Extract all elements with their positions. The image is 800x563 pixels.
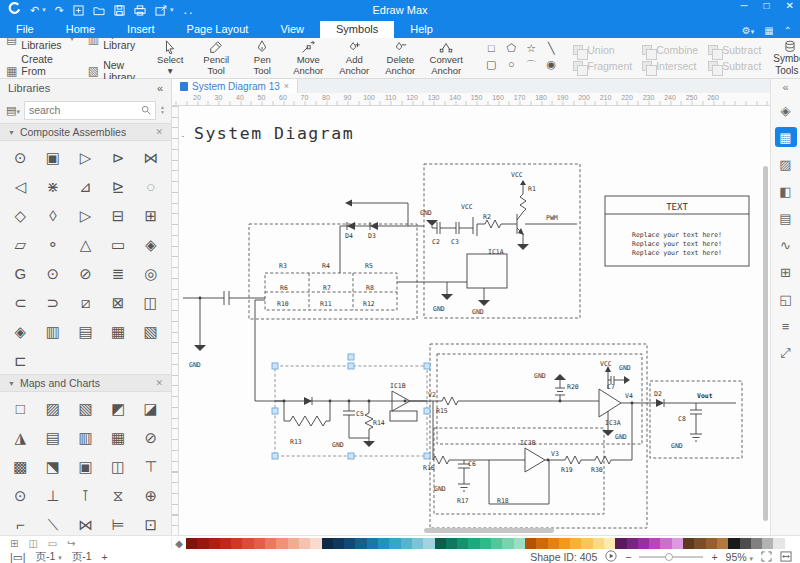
- library-symbol-1-2[interactable]: ▧: [69, 394, 102, 423]
- crop-icon[interactable]: ◫: [28, 538, 37, 549]
- symbol-library-icon[interactable]: ▦: [775, 127, 797, 147]
- color-swatch-6[interactable]: [254, 538, 265, 549]
- close-tab-icon[interactable]: ×: [284, 81, 289, 91]
- color-swatch-46[interactable]: [706, 538, 717, 549]
- color-swatch-38[interactable]: [615, 538, 626, 549]
- new-symbol-icon[interactable]: ⊞: [10, 538, 18, 549]
- minimize-button[interactable]: ─: [740, 0, 747, 11]
- color-swatch-31[interactable]: [536, 538, 547, 549]
- library-symbol-0-18[interactable]: ▭: [102, 230, 135, 259]
- library-symbol-1-20[interactable]: ⌐: [4, 510, 37, 535]
- library-symbol-0-8[interactable]: ⊵: [102, 172, 135, 201]
- library-symbol-0-2[interactable]: ▷: [69, 143, 102, 172]
- color-swatch-21[interactable]: [423, 538, 434, 549]
- library-symbol-0-29[interactable]: ◫: [134, 288, 167, 317]
- color-swatch-18[interactable]: [389, 538, 400, 549]
- library-symbol-0-19[interactable]: ◈: [134, 230, 167, 259]
- library-symbol-0-35[interactable]: ⊏: [4, 346, 37, 374]
- color-swatch-0[interactable]: [186, 538, 197, 549]
- fit-width-icon[interactable]: [780, 551, 792, 563]
- color-swatch-35[interactable]: [581, 538, 592, 549]
- color-swatch-28[interactable]: [502, 538, 513, 549]
- library-symbol-0-26[interactable]: ⊃: [37, 288, 70, 317]
- color-swatch-52[interactable]: [773, 538, 784, 549]
- maximize-button[interactable]: □: [764, 0, 770, 11]
- color-swatch-2[interactable]: [209, 538, 220, 549]
- library-symbol-0-23[interactable]: ≣: [102, 259, 135, 288]
- color-swatch-42[interactable]: [660, 538, 671, 549]
- color-swatch-29[interactable]: [514, 538, 525, 549]
- library-symbol-0-33[interactable]: ▦: [102, 317, 135, 346]
- library-symbol-0-10[interactable]: ◇: [4, 201, 37, 230]
- presentation-play-icon[interactable]: [605, 550, 617, 563]
- library-symbol-1-1[interactable]: ▨: [37, 394, 70, 423]
- color-swatch-17[interactable]: [378, 538, 389, 549]
- color-swatch-45[interactable]: [694, 538, 705, 549]
- library-symbol-1-3[interactable]: ◩: [102, 394, 135, 423]
- color-swatch-22[interactable]: [435, 538, 446, 549]
- library-symbol-0-24[interactable]: ◎: [134, 259, 167, 288]
- pen-tool-button[interactable]: PenTool: [239, 40, 285, 76]
- color-swatch-14[interactable]: [344, 538, 355, 549]
- delete-anchor-button[interactable]: DeleteAnchor: [377, 40, 423, 76]
- library-symbol-1-7[interactable]: ▥: [69, 423, 102, 452]
- page-tab[interactable]: 页-1: [72, 550, 92, 563]
- zoom-level[interactable]: 95% ▾: [726, 551, 753, 563]
- symbol-tools-button[interactable]: Symbol Tools ▾: [773, 40, 800, 76]
- pages-icon[interactable]: |▭|: [10, 551, 25, 563]
- color-swatch-24[interactable]: [457, 538, 468, 549]
- library-symbol-1-4[interactable]: ◪: [134, 394, 167, 423]
- color-swatch-51[interactable]: [762, 538, 773, 549]
- library-symbol-0-6[interactable]: ⋇: [37, 172, 70, 201]
- close-section-icon[interactable]: ✕: [155, 127, 163, 137]
- library-symbol-0-0[interactable]: ⊙: [4, 143, 37, 172]
- color-swatch-40[interactable]: [638, 538, 649, 549]
- color-swatch-53[interactable]: [785, 538, 796, 549]
- page-icon[interactable]: ▭: [48, 538, 57, 549]
- library-symbol-0-32[interactable]: ▤: [69, 317, 102, 346]
- color-swatch-34[interactable]: [570, 538, 581, 549]
- library-symbol-1-16[interactable]: ⊥: [37, 481, 70, 510]
- draw-shape-5[interactable]: ○: [501, 58, 521, 74]
- library-symbol-1-6[interactable]: ▤: [37, 423, 70, 452]
- close-button[interactable]: ✕: [786, 0, 794, 11]
- library-symbol-1-12[interactable]: ▣: [69, 452, 102, 481]
- zoom-slider-knob[interactable]: [665, 553, 673, 561]
- tab-view[interactable]: View: [264, 21, 320, 38]
- color-swatch-19[interactable]: [401, 538, 412, 549]
- pencil-tool-button[interactable]: PencilTool: [193, 40, 239, 76]
- library-symbol-0-20[interactable]: G: [4, 259, 37, 288]
- draw-shape-2[interactable]: ☆: [521, 42, 541, 58]
- library-symbol-0-17[interactable]: △: [69, 230, 102, 259]
- search-input[interactable]: [29, 104, 141, 116]
- table-icon[interactable]: ⊞: [775, 262, 797, 282]
- library-symbol-0-30[interactable]: ◈: [4, 317, 37, 346]
- tab-help[interactable]: Help: [394, 21, 449, 38]
- collapse-ribbon-icon[interactable]: ⌃: [784, 25, 792, 36]
- color-swatch-39[interactable]: [627, 538, 638, 549]
- color-swatch-16[interactable]: [367, 538, 378, 549]
- fill-theme-icon[interactable]: ◈: [775, 100, 797, 120]
- color-swatch-26[interactable]: [480, 538, 491, 549]
- library-symbol-0-16[interactable]: ⚬: [37, 230, 70, 259]
- select-button[interactable]: Select▾: [147, 40, 193, 76]
- horizontal-scrollbar[interactable]: [424, 528, 554, 533]
- color-swatch-8[interactable]: [276, 538, 287, 549]
- circuit-diagram[interactable]: System Diagram-VCCR1R2PWMVCCGNDC2C3IC1AG…: [180, 108, 752, 533]
- settings-gear-icon[interactable]: ⚙▾: [742, 25, 754, 36]
- library-symbol-0-15[interactable]: ▱: [4, 230, 37, 259]
- library-symbol-0-3[interactable]: ⊳: [102, 143, 135, 172]
- color-swatch-50[interactable]: [751, 538, 762, 549]
- draw-shape-6[interactable]: ⌒: [521, 58, 541, 74]
- color-swatch-47[interactable]: [717, 538, 728, 549]
- color-swatch-13[interactable]: [333, 538, 344, 549]
- color-swatch-30[interactable]: [525, 538, 536, 549]
- library-symbol-0-4[interactable]: ⋈: [134, 143, 167, 172]
- library-symbol-0-9[interactable]: ◌: [134, 172, 167, 201]
- page-menu[interactable]: 页-1 ▾: [35, 550, 61, 563]
- draw-shape-3[interactable]: ╲: [541, 42, 561, 58]
- clipart-icon[interactable]: ◱: [775, 289, 797, 309]
- add-anchor-button[interactable]: AddAnchor: [331, 40, 377, 76]
- library-symbol-0-31[interactable]: ▥: [37, 317, 70, 346]
- library-symbol-1-8[interactable]: ▦: [102, 423, 135, 452]
